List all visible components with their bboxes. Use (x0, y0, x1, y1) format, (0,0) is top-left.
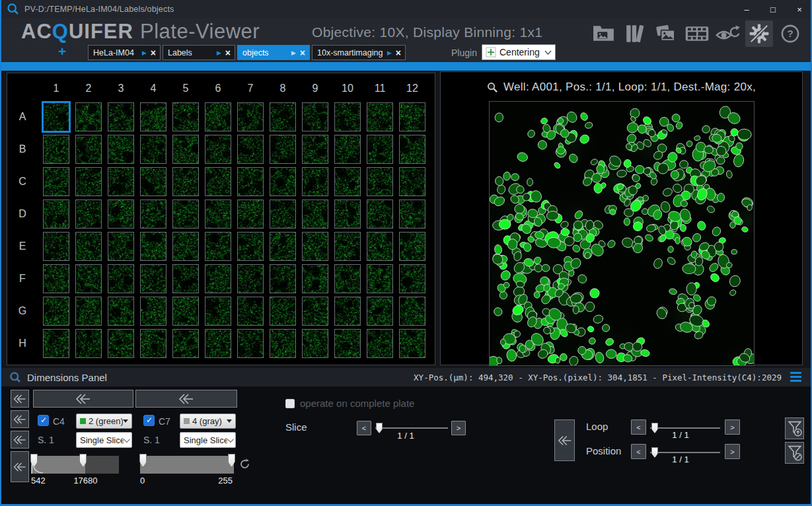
well-H3[interactable] (108, 329, 134, 358)
well-F12[interactable] (399, 264, 425, 293)
well-G12[interactable] (399, 297, 425, 326)
library-icon[interactable] (621, 20, 649, 47)
loop-slider[interactable] (650, 427, 720, 429)
well-F4[interactable] (140, 264, 166, 293)
well-image[interactable] (489, 101, 755, 366)
tab-Labels[interactable]: Labels▶× (163, 45, 235, 60)
well-D10[interactable] (334, 199, 361, 229)
well-E6[interactable] (205, 232, 231, 261)
well-B8[interactable] (270, 135, 296, 164)
well-A2[interactable] (75, 102, 102, 131)
well-E5[interactable] (172, 232, 199, 261)
film-icon[interactable] (683, 20, 711, 47)
channel-C4-checkbox[interactable] (38, 415, 49, 426)
well-A4[interactable] (140, 102, 166, 131)
plugin-select[interactable]: Centering (482, 44, 556, 60)
well-E7[interactable] (237, 232, 264, 261)
tab-close-icon[interactable]: × (396, 48, 401, 58)
channel-C7-checkbox[interactable] (143, 415, 155, 426)
channel-C4-range-slider[interactable] (31, 456, 119, 474)
well-D12[interactable] (399, 199, 425, 229)
collapse-button[interactable] (11, 451, 29, 482)
well-H12[interactable] (399, 329, 425, 358)
well-E1[interactable] (43, 232, 69, 261)
well-G2[interactable] (75, 297, 102, 326)
tab-expand-icon[interactable]: ▶ (217, 50, 221, 56)
well-C5[interactable] (172, 167, 199, 196)
tab-expand-icon[interactable]: ▶ (142, 50, 147, 56)
channel-C7-lut-select[interactable]: 4 (gray) (180, 414, 236, 429)
tab-close-icon[interactable]: × (300, 48, 305, 58)
well-G10[interactable] (334, 297, 361, 326)
slice-prev-button[interactable]: < (357, 421, 371, 435)
collapse-channel-button[interactable] (33, 390, 133, 408)
well-F8[interactable] (270, 264, 296, 293)
collapse-button[interactable] (11, 390, 29, 408)
tab-close-icon[interactable]: × (225, 48, 231, 58)
well-G3[interactable] (108, 297, 134, 326)
collapse-loop-position-button[interactable] (554, 419, 575, 461)
tab-objects[interactable]: objects▶× (237, 45, 310, 60)
well-A10[interactable] (334, 102, 361, 131)
well-H8[interactable] (270, 329, 296, 358)
slice-slider[interactable] (375, 427, 448, 429)
well-C6[interactable] (205, 167, 231, 196)
well-C8[interactable] (270, 167, 296, 196)
well-D11[interactable] (367, 199, 393, 229)
well-F3[interactable] (108, 264, 134, 293)
well-H11[interactable] (367, 329, 393, 358)
well-E2[interactable] (75, 232, 102, 261)
well-G5[interactable] (172, 297, 199, 326)
well-B1[interactable] (43, 135, 69, 164)
well-C7[interactable] (237, 167, 264, 196)
well-F1[interactable] (43, 264, 69, 293)
well-A11[interactable] (367, 102, 393, 131)
well-D2[interactable] (75, 199, 102, 229)
well-D5[interactable] (172, 199, 199, 229)
well-F6[interactable] (205, 264, 231, 293)
well-B9[interactable] (302, 135, 328, 164)
well-B10[interactable] (334, 135, 361, 164)
well-C4[interactable] (140, 167, 166, 196)
well-D1[interactable] (43, 199, 69, 229)
well-G6[interactable] (205, 297, 231, 326)
settings-disabled-icon[interactable] (745, 20, 773, 47)
tab-expand-icon[interactable]: ▶ (291, 50, 296, 56)
well-D6[interactable] (205, 199, 231, 229)
well-F10[interactable] (334, 264, 361, 293)
close-button[interactable]: × (794, 5, 805, 15)
well-B7[interactable] (237, 135, 264, 164)
well-A1[interactable] (42, 101, 71, 133)
help-icon[interactable]: ? (776, 20, 804, 47)
well-E10[interactable] (334, 232, 361, 261)
collapse-button[interactable] (11, 431, 29, 449)
well-A3[interactable] (108, 102, 134, 131)
well-A12[interactable] (399, 102, 425, 131)
operate-complete-plate-checkbox[interactable] (285, 399, 295, 408)
slice-next-button[interactable]: > (451, 421, 466, 435)
well-B6[interactable] (205, 135, 231, 164)
well-F9[interactable] (302, 264, 328, 293)
well-H4[interactable] (140, 329, 166, 358)
position-slider[interactable] (650, 452, 720, 453)
filter-upload-button[interactable] (785, 417, 804, 439)
well-E12[interactable] (399, 232, 425, 261)
collapse-button[interactable] (11, 410, 29, 428)
well-C12[interactable] (399, 167, 425, 196)
well-B2[interactable] (75, 135, 102, 164)
well-B12[interactable] (399, 135, 425, 164)
well-F2[interactable] (75, 264, 102, 293)
well-C11[interactable] (367, 167, 393, 196)
position-next-button[interactable]: > (725, 444, 740, 459)
add-tab-button[interactable]: + (58, 45, 66, 58)
well-E9[interactable] (302, 232, 328, 261)
loop-next-button[interactable]: > (725, 419, 740, 435)
well-A7[interactable] (237, 102, 264, 131)
well-G11[interactable] (367, 297, 393, 326)
well-A8[interactable] (270, 102, 296, 131)
well-E3[interactable] (108, 232, 134, 261)
well-G9[interactable] (302, 297, 328, 326)
tab-expand-icon[interactable]: ▶ (387, 50, 392, 56)
well-C10[interactable] (334, 167, 361, 196)
channel-C4-slice-mode-select[interactable]: Single Slice (76, 432, 132, 448)
